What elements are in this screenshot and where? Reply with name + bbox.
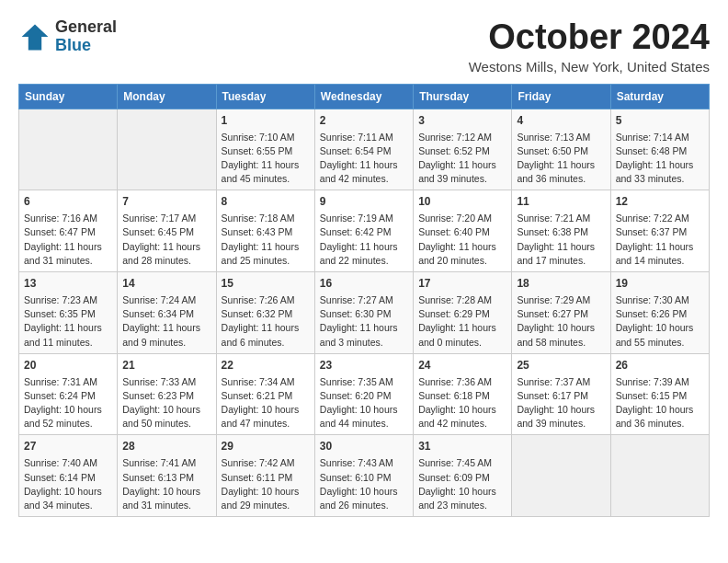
day-number: 25 xyxy=(517,358,605,373)
day-number: 24 xyxy=(418,358,506,373)
day-number: 15 xyxy=(222,276,310,292)
day-info: Sunrise: 7:41 AM Sunset: 6:13 PM Dayligh… xyxy=(122,456,210,512)
day-info: Sunrise: 7:17 AM Sunset: 6:45 PM Dayligh… xyxy=(122,212,210,268)
day-info: Sunrise: 7:31 AM Sunset: 6:24 PM Dayligh… xyxy=(24,375,112,431)
day-info: Sunrise: 7:18 AM Sunset: 6:43 PM Dayligh… xyxy=(222,212,310,268)
day-number: 18 xyxy=(517,276,605,292)
day-number: 13 xyxy=(24,276,112,292)
day-info: Sunrise: 7:12 AM Sunset: 6:52 PM Dayligh… xyxy=(418,131,506,187)
day-number: 17 xyxy=(418,276,506,292)
cell-week4-day0: 20Sunrise: 7:31 AM Sunset: 6:24 PM Dayli… xyxy=(19,353,118,435)
day-number: 29 xyxy=(222,439,310,454)
cell-week2-day3: 9Sunrise: 7:19 AM Sunset: 6:42 PM Daylig… xyxy=(314,190,413,272)
cell-week1-day1 xyxy=(118,109,216,190)
day-number: 23 xyxy=(320,358,408,373)
day-info: Sunrise: 7:43 AM Sunset: 6:10 PM Dayligh… xyxy=(320,456,408,512)
day-info: Sunrise: 7:14 AM Sunset: 6:48 PM Dayligh… xyxy=(616,131,704,187)
day-info: Sunrise: 7:21 AM Sunset: 6:38 PM Dayligh… xyxy=(517,212,605,268)
day-info: Sunrise: 7:16 AM Sunset: 6:47 PM Dayligh… xyxy=(24,212,112,268)
cell-week2-day2: 8Sunrise: 7:18 AM Sunset: 6:43 PM Daylig… xyxy=(216,190,314,272)
cell-week3-day0: 13Sunrise: 7:23 AM Sunset: 6:35 PM Dayli… xyxy=(19,272,118,354)
day-info: Sunrise: 7:28 AM Sunset: 6:29 PM Dayligh… xyxy=(418,293,506,350)
day-info: Sunrise: 7:27 AM Sunset: 6:30 PM Dayligh… xyxy=(320,293,408,350)
cell-week2-day5: 11Sunrise: 7:21 AM Sunset: 6:38 PM Dayli… xyxy=(512,190,610,272)
day-number: 4 xyxy=(517,113,605,129)
day-info: Sunrise: 7:37 AM Sunset: 6:17 PM Dayligh… xyxy=(517,375,605,431)
location-subtitle: Westons Mills, New York, United States xyxy=(469,59,710,75)
title-section: October 2024 Westons Mills, New York, Un… xyxy=(469,18,710,75)
day-number: 14 xyxy=(122,276,210,292)
cell-week1-day6: 5Sunrise: 7:14 AM Sunset: 6:48 PM Daylig… xyxy=(610,109,709,190)
cell-week4-day4: 24Sunrise: 7:36 AM Sunset: 6:18 PM Dayli… xyxy=(414,353,512,435)
day-number: 31 xyxy=(418,439,506,454)
day-info: Sunrise: 7:13 AM Sunset: 6:50 PM Dayligh… xyxy=(517,131,605,187)
cell-week4-day6: 26Sunrise: 7:39 AM Sunset: 6:15 PM Dayli… xyxy=(610,353,709,435)
svg-marker-0 xyxy=(22,24,49,50)
cell-week5-day4: 31Sunrise: 7:45 AM Sunset: 6:09 PM Dayli… xyxy=(414,435,512,517)
day-number: 1 xyxy=(222,113,310,129)
cell-week5-day3: 30Sunrise: 7:43 AM Sunset: 6:10 PM Dayli… xyxy=(314,435,413,517)
week-row-3: 13Sunrise: 7:23 AM Sunset: 6:35 PM Dayli… xyxy=(19,272,710,354)
cell-week5-day6 xyxy=(610,435,709,517)
logo-icon xyxy=(18,20,51,53)
cell-week1-day0 xyxy=(19,109,118,190)
day-info: Sunrise: 7:24 AM Sunset: 6:34 PM Dayligh… xyxy=(122,293,210,350)
header-thursday: Thursday xyxy=(414,84,512,109)
week-row-5: 27Sunrise: 7:40 AM Sunset: 6:14 PM Dayli… xyxy=(19,435,710,517)
week-row-4: 20Sunrise: 7:31 AM Sunset: 6:24 PM Dayli… xyxy=(19,353,710,435)
cell-week3-day6: 19Sunrise: 7:30 AM Sunset: 6:26 PM Dayli… xyxy=(610,272,709,354)
cell-week5-day2: 29Sunrise: 7:42 AM Sunset: 6:11 PM Dayli… xyxy=(216,435,314,517)
day-info: Sunrise: 7:22 AM Sunset: 6:37 PM Dayligh… xyxy=(616,212,704,268)
cell-week3-day3: 16Sunrise: 7:27 AM Sunset: 6:30 PM Dayli… xyxy=(314,272,413,354)
day-info: Sunrise: 7:35 AM Sunset: 6:20 PM Dayligh… xyxy=(320,375,408,431)
week-row-2: 6Sunrise: 7:16 AM Sunset: 6:47 PM Daylig… xyxy=(19,190,710,272)
day-info: Sunrise: 7:29 AM Sunset: 6:27 PM Dayligh… xyxy=(517,293,605,350)
cell-week4-day3: 23Sunrise: 7:35 AM Sunset: 6:20 PM Dayli… xyxy=(314,353,413,435)
day-number: 6 xyxy=(24,194,112,210)
month-year-title: October 2024 xyxy=(469,18,710,57)
day-info: Sunrise: 7:36 AM Sunset: 6:18 PM Dayligh… xyxy=(418,375,506,431)
day-number: 19 xyxy=(616,276,704,292)
day-info: Sunrise: 7:42 AM Sunset: 6:11 PM Dayligh… xyxy=(222,456,310,512)
day-number: 5 xyxy=(616,113,704,129)
cell-week2-day6: 12Sunrise: 7:22 AM Sunset: 6:37 PM Dayli… xyxy=(610,190,709,272)
day-number: 21 xyxy=(122,358,210,373)
cell-week1-day5: 4Sunrise: 7:13 AM Sunset: 6:50 PM Daylig… xyxy=(512,109,610,190)
cell-week3-day5: 18Sunrise: 7:29 AM Sunset: 6:27 PM Dayli… xyxy=(512,272,610,354)
day-number: 27 xyxy=(24,439,112,454)
calendar-table: Sunday Monday Tuesday Wednesday Thursday… xyxy=(18,84,710,517)
header-tuesday: Tuesday xyxy=(216,84,314,109)
day-info: Sunrise: 7:34 AM Sunset: 6:21 PM Dayligh… xyxy=(222,375,310,431)
day-number: 3 xyxy=(418,113,506,129)
logo: General Blue xyxy=(18,18,117,55)
day-number: 10 xyxy=(418,194,506,210)
logo-general: General xyxy=(55,18,117,37)
day-info: Sunrise: 7:30 AM Sunset: 6:26 PM Dayligh… xyxy=(616,293,704,350)
header-saturday: Saturday xyxy=(610,84,709,109)
page-header: General Blue October 2024 Westons Mills,… xyxy=(18,18,710,75)
day-number: 28 xyxy=(122,439,210,454)
day-info: Sunrise: 7:23 AM Sunset: 6:35 PM Dayligh… xyxy=(24,293,112,350)
day-number: 7 xyxy=(122,194,210,210)
cell-week4-day2: 22Sunrise: 7:34 AM Sunset: 6:21 PM Dayli… xyxy=(216,353,314,435)
day-number: 16 xyxy=(320,276,408,292)
cell-week1-day3: 2Sunrise: 7:11 AM Sunset: 6:54 PM Daylig… xyxy=(314,109,413,190)
day-info: Sunrise: 7:26 AM Sunset: 6:32 PM Dayligh… xyxy=(222,293,310,350)
cell-week5-day5 xyxy=(512,435,610,517)
cell-week3-day2: 15Sunrise: 7:26 AM Sunset: 6:32 PM Dayli… xyxy=(216,272,314,354)
day-number: 11 xyxy=(517,194,605,210)
cell-week2-day1: 7Sunrise: 7:17 AM Sunset: 6:45 PM Daylig… xyxy=(118,190,216,272)
day-number: 30 xyxy=(320,439,408,454)
cell-week1-day4: 3Sunrise: 7:12 AM Sunset: 6:52 PM Daylig… xyxy=(414,109,512,190)
day-number: 9 xyxy=(320,194,408,210)
logo-blue-text: Blue xyxy=(55,37,117,55)
day-number: 12 xyxy=(616,194,704,210)
header-monday: Monday xyxy=(118,84,216,109)
day-info: Sunrise: 7:39 AM Sunset: 6:15 PM Dayligh… xyxy=(616,375,704,431)
cell-week2-day0: 6Sunrise: 7:16 AM Sunset: 6:47 PM Daylig… xyxy=(19,190,118,272)
header-friday: Friday xyxy=(512,84,610,109)
day-info: Sunrise: 7:10 AM Sunset: 6:55 PM Dayligh… xyxy=(222,131,310,187)
day-info: Sunrise: 7:20 AM Sunset: 6:40 PM Dayligh… xyxy=(418,212,506,268)
header-row: Sunday Monday Tuesday Wednesday Thursday… xyxy=(19,84,710,109)
cell-week4-day1: 21Sunrise: 7:33 AM Sunset: 6:23 PM Dayli… xyxy=(118,353,216,435)
